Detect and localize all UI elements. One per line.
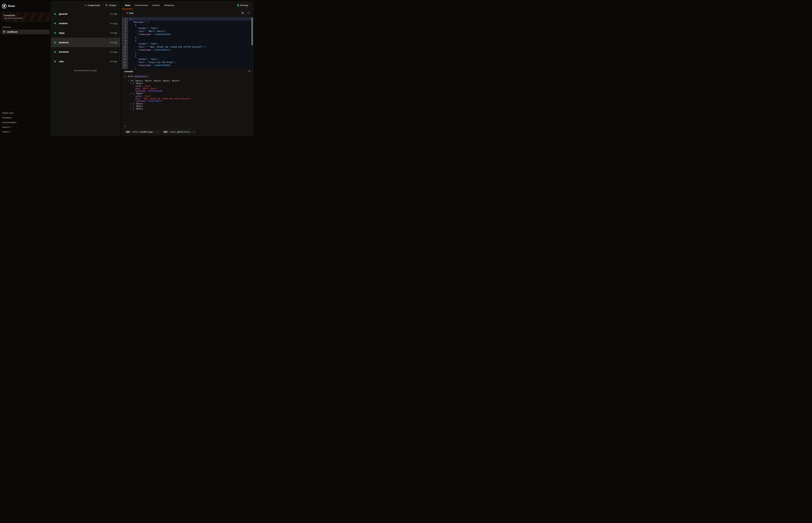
console-object-3[interactable]: ▶3: Object bbox=[131, 105, 253, 108]
status-dot-icon bbox=[54, 32, 56, 34]
instance-item-chatRoom[interactable]: chatRoom bbox=[1, 30, 50, 34]
state-editor[interactable]: 1∨{2∨ "messages": [3∨ {4 "sender": "User… bbox=[122, 17, 253, 69]
actor-row-random[interactable]: random1m ago bbox=[51, 19, 120, 29]
code-text: }, bbox=[128, 51, 253, 54]
expand-triangle-icon[interactable]: ▼ bbox=[131, 83, 133, 85]
expand-triangle-icon[interactable]: ▶ bbox=[131, 105, 133, 108]
fold-caret-icon[interactable]: ∨ bbox=[126, 40, 128, 42]
state-actions bbox=[240, 11, 250, 15]
instances-label: Instances bbox=[2, 26, 50, 28]
console-header[interactable]: Console bbox=[122, 69, 253, 74]
console-input[interactable]: ❯ bbox=[122, 124, 253, 128]
token-str: "Who’s there?" bbox=[148, 30, 166, 33]
rpc-button-actor-sendmessage-[interactable]: RPCactor.sendMessage(...) bbox=[124, 130, 160, 134]
prop-key: sender: bbox=[135, 95, 144, 97]
actor-last-active: 1m ago bbox=[110, 22, 117, 25]
actor-row-frontend[interactable]: frontend1m ago bbox=[51, 47, 120, 57]
console-command-text: actor.getHistory() bbox=[128, 75, 149, 77]
chevron-down-icon[interactable] bbox=[248, 70, 250, 73]
line-gutter: 3∨ bbox=[122, 23, 128, 26]
expand-triangle-icon[interactable]: ▶ bbox=[131, 108, 133, 110]
token-brace: { bbox=[135, 39, 136, 42]
tab-connections[interactable]: Connections bbox=[133, 1, 150, 9]
expand-triangle-icon[interactable]: ▼ bbox=[131, 92, 133, 95]
object-type: Object bbox=[136, 105, 143, 108]
display-label: Display bbox=[109, 4, 116, 6]
code-text: "text": "Who’s there?", bbox=[128, 30, 253, 33]
editor-scrollbar[interactable] bbox=[252, 17, 253, 68]
brand-name: Rivet bbox=[8, 4, 15, 8]
sidebar-link-documentation[interactable]: Documentation bbox=[1, 120, 50, 125]
sidebar-link-label: Feedback bbox=[2, 116, 12, 119]
tab-state[interactable]: State bbox=[122, 1, 133, 9]
fold-caret-icon[interactable]: ∨ bbox=[126, 25, 128, 26]
token-num: 1764043991880 bbox=[154, 33, 171, 36]
indent bbox=[130, 33, 138, 36]
actor-last-active: 1m ago bbox=[110, 41, 117, 43]
app-root: Rivet Connected http://localhost:6420 In… bbox=[0, 0, 255, 137]
display-button[interactable]: Display bbox=[103, 3, 118, 8]
line-gutter: 15 bbox=[122, 61, 128, 64]
expand-triangle-icon[interactable]: ▼ bbox=[128, 80, 131, 82]
token-num: 1764043999867 bbox=[154, 64, 171, 67]
rpc-tag: RPC bbox=[163, 131, 169, 133]
result-summary-text: (5) [Object, Object, Object, Object, Obj… bbox=[131, 80, 180, 82]
actor-row-cats[interactable]: cats1m ago bbox=[51, 57, 120, 66]
scrollbar-thumb[interactable] bbox=[252, 17, 253, 46]
fold-caret-icon[interactable]: ∨ bbox=[126, 19, 128, 20]
sidebar-link-github[interactable]: GitHub↗ bbox=[1, 129, 50, 134]
code-text: } bbox=[128, 67, 253, 69]
save-icon bbox=[241, 12, 244, 15]
indent bbox=[130, 24, 135, 26]
console-output: ‹▼(5) [Object, Object, Object, Object, O… bbox=[122, 78, 253, 110]
rpc-button-actor-gethistory-[interactable]: RPCactor.getHistory(...) bbox=[162, 130, 197, 134]
line-number: 1 bbox=[125, 18, 126, 20]
indent bbox=[130, 39, 135, 42]
console-object-0[interactable]: ▼0: Object bbox=[131, 82, 253, 85]
fold-caret-icon[interactable]: ∨ bbox=[126, 56, 128, 57]
line-number: 9 bbox=[125, 42, 126, 45]
indent bbox=[130, 42, 138, 45]
save-button[interactable] bbox=[240, 11, 245, 15]
object-index: 4: bbox=[133, 108, 136, 110]
line-number: 6 bbox=[125, 33, 126, 36]
token-key: "sender" bbox=[138, 58, 148, 60]
actor-row-dogs[interactable]: dogs1m ago bbox=[51, 28, 120, 38]
actor-row-general[interactable]: general2m ago bbox=[51, 9, 120, 19]
line-gutter: 17 bbox=[122, 67, 128, 69]
inspector-panel: StateConnectionsEventsDatabase Running L… bbox=[122, 1, 253, 136]
code-line: 13∨ { bbox=[122, 54, 253, 58]
sidebar-link-feedback[interactable]: Feedback bbox=[1, 115, 50, 120]
actor-row-backend[interactable]: backend1m ago bbox=[51, 38, 120, 47]
object-type: Object bbox=[136, 82, 143, 85]
line-number: 16 bbox=[124, 64, 126, 67]
console-prop-timestamp: timestamp: 1764043991880 bbox=[135, 90, 253, 92]
object-index: 2: bbox=[133, 103, 136, 105]
code-line: 10 "text": " Nay, answer me. Stand and u… bbox=[122, 45, 253, 48]
fold-caret-icon[interactable]: ∨ bbox=[126, 22, 128, 23]
live-badge[interactable]: Live bbox=[124, 11, 135, 15]
create-actor-button[interactable]: + Create Actor bbox=[84, 3, 101, 7]
prop-value: 1764043991880 bbox=[148, 90, 162, 92]
actor-list-empty-message: No more Actors to load. bbox=[51, 66, 120, 72]
console-object-1[interactable]: ▼1: Object bbox=[131, 92, 253, 95]
actor-name: frontend bbox=[59, 51, 110, 53]
token-key: "text" bbox=[138, 46, 145, 48]
token-brace: [ bbox=[148, 21, 149, 23]
sliders-icon bbox=[105, 4, 108, 7]
revert-button[interactable] bbox=[246, 11, 250, 15]
sidebar-link-label: GitHub bbox=[2, 131, 9, 133]
object-index: 3: bbox=[133, 105, 136, 108]
console-object-4[interactable]: ▶4: Object bbox=[131, 108, 253, 110]
line-number: 4 bbox=[125, 27, 126, 29]
expand-triangle-icon[interactable]: ▶ bbox=[131, 103, 133, 105]
console-result-summary[interactable]: ‹▼(5) [Object, Object, Object, Object, O… bbox=[124, 79, 253, 82]
indent bbox=[130, 30, 138, 33]
console-object-2[interactable]: ▶2: Object bbox=[131, 103, 253, 105]
console-prop-sender: sender: "User" bbox=[135, 85, 253, 87]
tab-database[interactable]: Database bbox=[162, 1, 176, 9]
sidebar-link-whats-new-[interactable]: Whats new? bbox=[1, 111, 50, 115]
code-text: "sender": "User", bbox=[128, 58, 253, 61]
sidebar-link-discord[interactable]: Discord↗ bbox=[1, 125, 50, 129]
tab-events[interactable]: Events bbox=[150, 1, 162, 9]
